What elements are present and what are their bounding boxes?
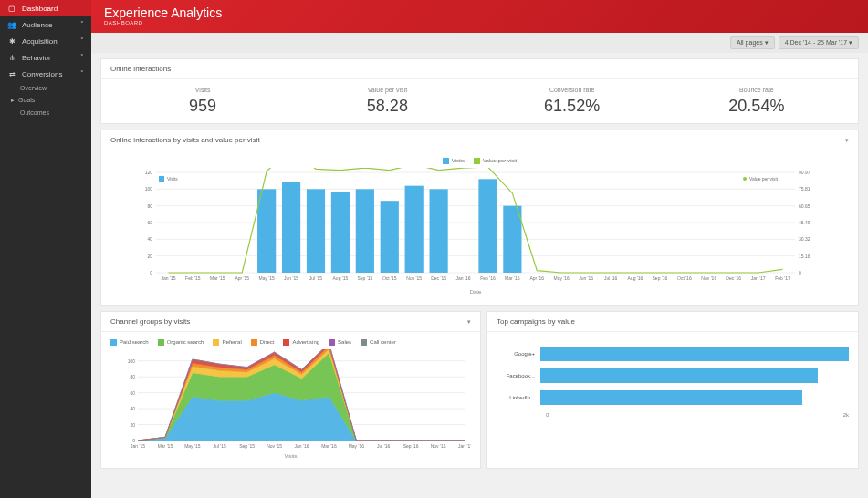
svg-rect-28 bbox=[430, 189, 448, 273]
svg-text:Jul '15: Jul '15 bbox=[309, 275, 323, 281]
svg-text:Visits: Visits bbox=[167, 176, 178, 182]
chevron-down-icon: ˅ bbox=[80, 54, 84, 61]
svg-text:60: 60 bbox=[130, 390, 135, 396]
svg-rect-29 bbox=[478, 179, 497, 273]
chevron-down-icon[interactable]: ▾ bbox=[845, 137, 849, 144]
legend-item: Direct bbox=[251, 339, 275, 346]
svg-text:May '15: May '15 bbox=[258, 275, 275, 281]
campaign-bar-track bbox=[540, 347, 849, 361]
content: Online interactions Visits 959 Value per… bbox=[91, 53, 868, 498]
sidebar-item-acquisition[interactable]: ✱ Acquisition ˅ bbox=[0, 33, 91, 49]
svg-point-60 bbox=[743, 177, 747, 181]
panel-title: Online interactions bbox=[101, 59, 858, 79]
svg-text:Nov '15: Nov '15 bbox=[406, 275, 422, 281]
legend-item: Advertising bbox=[283, 339, 319, 346]
acquisition-icon: ✱ bbox=[7, 36, 16, 46]
sidebar-item-behavior[interactable]: ⋔ Behavior ˅ bbox=[0, 49, 91, 66]
svg-text:Jul '15: Jul '15 bbox=[214, 443, 227, 449]
channel-chart-body: Paid searchOrganic searchReferralDirectA… bbox=[101, 332, 480, 468]
svg-text:Aug '16: Aug '16 bbox=[628, 275, 643, 281]
sidebar-item-dashboard[interactable]: ▢ Dashboard bbox=[0, 0, 91, 16]
sidebar-sub-outcomes[interactable]: Outcomes bbox=[0, 107, 91, 119]
panel-main-chart: Online interactions by visits and value … bbox=[100, 130, 859, 306]
panel-online-interactions: Online interactions Visits 959 Value per… bbox=[100, 58, 859, 124]
campaign-bar-row: Google+ bbox=[497, 347, 849, 361]
svg-text:60.65: 60.65 bbox=[799, 203, 810, 209]
sidebar-item-label: Dashboard bbox=[22, 5, 58, 13]
legend-item: Referral bbox=[213, 339, 241, 346]
campaign-bar-row: Facebook... bbox=[497, 368, 849, 383]
svg-text:Dec '15: Dec '15 bbox=[431, 275, 446, 281]
behavior-icon: ⋔ bbox=[7, 53, 16, 62]
svg-text:Jan '15: Jan '15 bbox=[161, 275, 175, 281]
sidebar-item-audience[interactable]: 👥 Audience ˅ bbox=[0, 16, 91, 33]
panel-title: Channel groups by visits ▾ bbox=[101, 312, 480, 332]
svg-text:Jul '16: Jul '16 bbox=[377, 443, 391, 449]
sidebar: ▢ Dashboard 👥 Audience ˅ ✱ Acquisition ˅… bbox=[0, 0, 91, 498]
legend-swatch bbox=[213, 339, 219, 346]
campaign-bar-fill bbox=[540, 390, 802, 405]
svg-text:Jan '16: Jan '16 bbox=[295, 443, 309, 449]
svg-rect-23 bbox=[307, 189, 325, 273]
legend-item: Paid search bbox=[110, 339, 149, 346]
svg-rect-27 bbox=[405, 186, 424, 273]
legend-item: Sales bbox=[329, 339, 351, 346]
chevron-down-icon[interactable]: ▾ bbox=[467, 318, 471, 326]
svg-text:Feb '15: Feb '15 bbox=[185, 275, 201, 281]
sidebar-item-label: Acquisition bbox=[22, 37, 58, 46]
svg-text:Mar '16: Mar '16 bbox=[505, 275, 520, 281]
kpi-row: Visits 959 Value per visit 58.28 Convers… bbox=[101, 79, 858, 123]
legend-swatch bbox=[110, 339, 117, 346]
svg-text:40: 40 bbox=[147, 236, 152, 242]
svg-rect-21 bbox=[257, 189, 276, 273]
kpi-label: Visits bbox=[110, 87, 295, 93]
svg-rect-30 bbox=[503, 206, 521, 273]
svg-text:Sep '16: Sep '16 bbox=[653, 275, 668, 281]
svg-text:40: 40 bbox=[130, 406, 135, 411]
svg-text:Jan '17: Jan '17 bbox=[751, 275, 766, 281]
svg-rect-58 bbox=[159, 176, 164, 182]
legend-swatch bbox=[361, 339, 367, 346]
legend-swatch bbox=[251, 339, 257, 346]
kpi-label: Conversion rate bbox=[480, 87, 664, 93]
svg-text:80: 80 bbox=[130, 374, 135, 379]
svg-text:Visits: Visits bbox=[284, 453, 297, 459]
panel-channel-groups: Channel groups by visits ▾ Paid searchOr… bbox=[100, 311, 481, 469]
legend-swatch-value bbox=[474, 158, 480, 164]
all-pages-button[interactable]: All pages ▾ bbox=[730, 36, 775, 49]
svg-rect-26 bbox=[381, 201, 399, 273]
dashboard-icon: ▢ bbox=[7, 4, 16, 13]
campaign-bar-row: LinkedIn... bbox=[497, 390, 849, 405]
svg-text:Jul '16: Jul '16 bbox=[604, 275, 618, 281]
svg-text:Nov '16: Nov '16 bbox=[701, 275, 716, 281]
campaign-x-axis: 02k bbox=[546, 412, 849, 418]
chevron-down-icon: ˅ bbox=[80, 21, 84, 28]
panel-title: Online interactions by visits and value … bbox=[101, 130, 858, 150]
kpi-bounce-rate: Bounce rate 20.54% bbox=[664, 87, 849, 116]
date-range-button[interactable]: 4 Dec '14 - 25 Mar '17 ▾ bbox=[779, 36, 859, 49]
kpi-value: 959 bbox=[110, 97, 295, 116]
legend-label: Visits bbox=[452, 158, 465, 163]
campaign-bar-fill bbox=[540, 368, 818, 383]
legend-swatch bbox=[158, 339, 164, 346]
sidebar-item-conversions[interactable]: ⇄ Conversions ˄ bbox=[0, 66, 91, 82]
svg-text:Jan '15: Jan '15 bbox=[131, 443, 145, 449]
breadcrumb: DASHBOARD bbox=[104, 20, 855, 26]
kpi-conversion-rate: Conversion rate 61.52% bbox=[480, 87, 664, 116]
campaign-label: Facebook... bbox=[497, 373, 540, 379]
kpi-label: Value per visit bbox=[295, 87, 479, 93]
svg-rect-22 bbox=[282, 182, 300, 273]
channel-chart: 020406080100Jan '15Mar '15May '15Jul '15… bbox=[110, 349, 471, 459]
svg-text:120: 120 bbox=[145, 170, 153, 175]
svg-text:May '15: May '15 bbox=[184, 443, 201, 449]
svg-text:Jan '17: Jan '17 bbox=[458, 443, 471, 449]
sidebar-sub-overview[interactable]: Overview bbox=[0, 82, 91, 94]
campaign-label: Google+ bbox=[497, 351, 540, 357]
svg-text:Feb '17: Feb '17 bbox=[775, 275, 790, 281]
svg-text:Oct '15: Oct '15 bbox=[382, 275, 397, 281]
kpi-value-per-visit: Value per visit 58.28 bbox=[295, 87, 479, 116]
main-area: Experience Analytics DASHBOARD All pages… bbox=[91, 0, 868, 498]
sidebar-sub-goals[interactable]: ▸Goals bbox=[0, 94, 91, 107]
svg-text:Mar '16: Mar '16 bbox=[321, 443, 337, 449]
svg-text:20: 20 bbox=[130, 422, 135, 428]
